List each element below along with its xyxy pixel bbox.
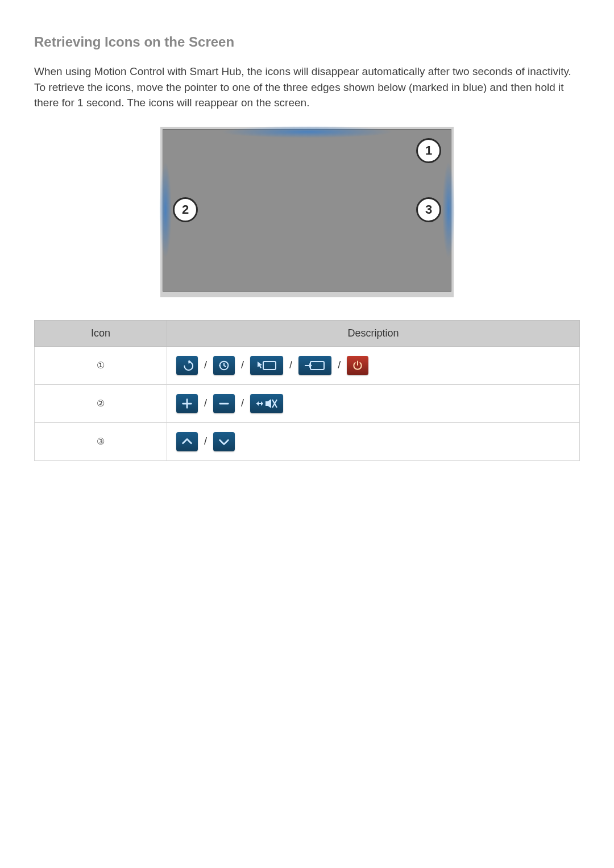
separator: / [238, 359, 247, 371]
separator: / [201, 435, 210, 447]
edge-glow-left [159, 161, 172, 259]
callout-3: 3 [416, 197, 441, 222]
table-row: ① / / / [35, 346, 580, 384]
source-icon [298, 356, 331, 375]
row3-description: / [167, 422, 580, 460]
power-icon [347, 356, 368, 375]
row2-label: ② [35, 384, 167, 422]
separator: / [238, 397, 247, 409]
manual-page: Retrieving Icons on the Screen When usin… [0, 0, 614, 461]
section-body: When using Motion Control with Smart Hub… [34, 64, 580, 111]
tv-illustration: 1 2 3 [34, 127, 580, 297]
edge-glow-right [442, 161, 455, 259]
section-heading: Retrieving Icons on the Screen [34, 34, 580, 50]
row1-description: / / / / [167, 346, 580, 384]
tv-screen: 1 2 3 [160, 127, 454, 297]
table-row: ② / / [35, 384, 580, 422]
pointer-mode-icon [250, 356, 283, 375]
svg-rect-2 [310, 362, 324, 369]
callout-2: 2 [173, 197, 198, 222]
row1-label: ① [35, 346, 167, 384]
table-row: ③ / [35, 422, 580, 460]
history-icon [213, 356, 235, 375]
separator: / [201, 397, 210, 409]
return-icon [176, 356, 198, 375]
callout-1: 1 [416, 138, 441, 163]
separator: / [201, 359, 210, 371]
header-icon: Icon [35, 320, 167, 346]
header-description: Description [167, 320, 580, 346]
channel-down-icon [213, 432, 235, 451]
volume-down-icon [213, 394, 235, 413]
volume-up-icon [176, 394, 198, 413]
mute-icon [250, 394, 283, 413]
svg-rect-1 [263, 362, 276, 369]
row3-label: ③ [35, 422, 167, 460]
edge-glow-top [221, 126, 394, 138]
separator: / [286, 359, 296, 371]
row2-description: / / [167, 384, 580, 422]
channel-up-icon [176, 432, 198, 451]
icon-table: Icon Description ① / / [34, 320, 580, 461]
separator: / [334, 359, 344, 371]
